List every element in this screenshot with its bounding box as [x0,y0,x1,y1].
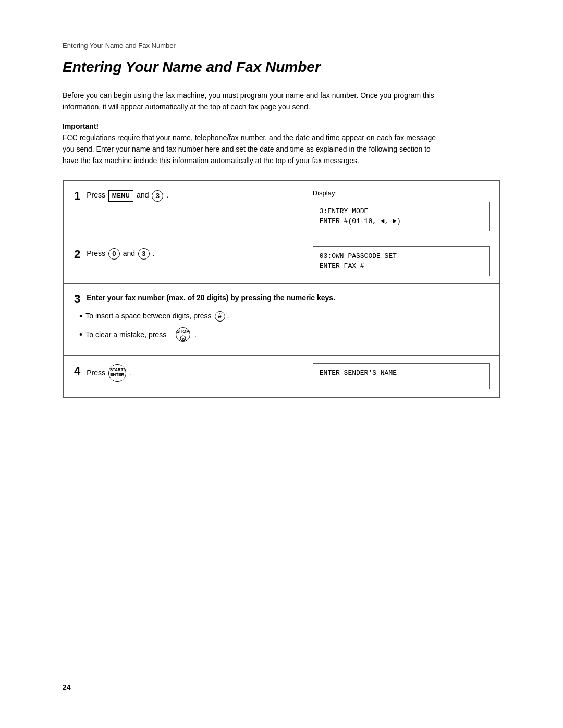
start-enter-key: START/ENTER [108,364,126,382]
bullet-2: • To clear a mistake, press STOP ⊘ . [79,327,489,342]
step-4-row: 4 Press START/ENTER . ENTER SENDER'S NAM… [64,356,499,397]
step-2-display-line1: 03:OWN PASSCODE SET [320,251,483,262]
instruction-table: 1 Press MENU and 3 . Display: 3:ENTRY MO… [63,180,500,397]
step-4-cell: 4 Press START/ENTER . [64,356,303,397]
step-1-row: 1 Press MENU and 3 . Display: 3:ENTRY MO… [64,181,499,239]
step-1-and: and [137,191,149,199]
bullet-2-prefix: To clear a mistake, press [85,329,166,340]
stop-key: STOP ⊘ [176,327,190,342]
step-2-cell: 2 Press 0 and 3 . [64,239,303,283]
step-1-display-line2: ENTER #(01-10, ◄, ►) [320,216,483,227]
menu-key: MENU [108,190,133,202]
bullet-1-prefix: To insert a space between digits, press [85,310,211,322]
page: Entering Your Name and Fax Number Enteri… [0,0,563,728]
step-2-and: and [123,249,135,257]
important-text: FCC regulations require that your name, … [63,132,438,166]
step-2-content: Press 0 and 3 . [87,248,289,260]
step-1-display-box: 3:ENTRY MODE ENTER #(01-10, ◄, ►) [313,202,490,231]
step-3-row: 3 Enter your fax number (max. of 20 digi… [64,284,499,356]
step-1-number: 1 [74,189,80,203]
key-0-circle: 0 [108,248,120,260]
step-2-period: . [153,249,155,257]
step-1-display-line1: 3:ENTRY MODE [320,206,483,217]
stop-label: STOP [176,329,190,334]
step-4-display-box: ENTER SENDER'S NAME [313,363,490,389]
step-4-display-line1: ENTER SENDER'S NAME [320,368,483,378]
step-3-cell: 3 Enter your fax number (max. of 20 digi… [64,284,499,355]
hash-key: # [215,311,225,322]
step-2-display-line2: ENTER FAX # [320,261,483,272]
bullet-dot-2: • [79,330,82,339]
step-4-display: ENTER SENDER'S NAME [303,356,499,397]
stop-icon-svg: ⊘ [179,335,187,341]
key-3-circle-2: 3 [138,248,150,260]
step-1-content: Press MENU and 3 . [87,189,289,201]
step-1-cell: 1 Press MENU and 3 . [64,181,303,239]
bullet-1: • To insert a space between digits, pres… [79,310,489,322]
page-number: 24 [63,683,71,692]
intro-paragraph: Before you can begin using the fax machi… [63,90,438,113]
step-4-content: Press START/ENTER . [87,364,289,382]
step-1-period: . [166,191,168,199]
step-3-text: Enter your fax number (max. of 20 digits… [87,292,486,303]
step-1-display: Display: 3:ENTRY MODE ENTER #(01-10, ◄, … [303,181,499,239]
step-3-number: 3 [74,292,80,306]
bullet-dot-1: • [79,312,82,321]
step-2-display: 03:OWN PASSCODE SET ENTER FAX # [303,239,499,283]
step-2-press: Press [87,249,105,257]
important-label: Important! [63,122,500,130]
step-1-press: Press [87,191,105,199]
breadcrumb: Entering Your Name and Fax Number [63,42,500,50]
page-title: Entering Your Name and Fax Number [63,59,500,76]
step-3-bullets: • To insert a space between digits, pres… [74,306,489,341]
bullet-2-suffix: . [194,329,197,340]
step-2-display-box: 03:OWN PASSCODE SET ENTER FAX # [313,246,490,276]
step-2-row: 2 Press 0 and 3 . 03:OWN PASSCODE SET EN… [64,239,499,284]
key-3-circle: 3 [152,190,163,202]
step-4-period: . [129,368,131,376]
display-label-1: Display: [313,188,490,199]
bullet-1-suffix: . [228,310,230,322]
step-2-number: 2 [74,248,80,261]
step-4-press: Press [87,368,105,376]
step-4-number: 4 [74,364,80,378]
svg-text:⊘: ⊘ [182,337,185,340]
